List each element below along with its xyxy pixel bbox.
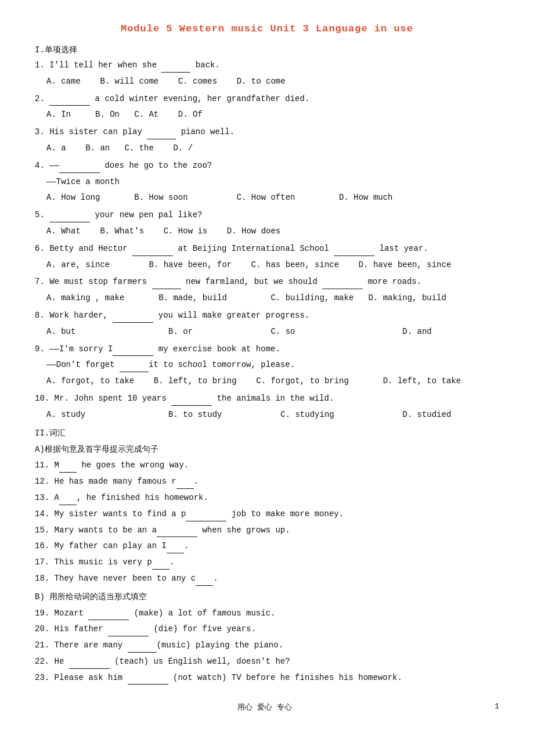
question-5: 5. your new pen pal like? [35,208,499,222]
question-1: 1. I'll tell her when she back. [35,59,499,73]
question-23: 23. Please ask him (not watch) TV before… [35,671,499,685]
question-9-options: A. forgot, to take B. left, to bring C. … [46,375,499,388]
question-3-options: A. a B. an C. the D. / [46,142,499,156]
question-7: 7. We must stop farmers new farmland, bu… [35,275,499,289]
question-22: 22. He (teach) us English well, doesn't … [35,655,499,669]
question-11: 11. M he goes the wrong way. [35,459,499,473]
question-21: 21. There are many (music) playing the p… [35,639,499,653]
question-13: 13. A, he finished his homework. [35,491,499,505]
question-20: 20. His father (die) for five years. [35,622,499,636]
question-8: 8. Work harder, you will make greater pr… [35,309,499,323]
question-10: 10. Mr. John spent 10 years the animals … [35,392,499,406]
subsection-a-header: A)根据句意及首字母提示完成句子 [35,443,499,457]
question-2-options: A. In B. On C. At D. Of [46,108,499,122]
question-6-options: A. are, since B. have been, for C. has b… [46,258,499,272]
question-4-options: A. How long B. How soon C. How often D. … [46,191,499,205]
question-7-options: A. making , make B. made, build C. build… [46,291,499,305]
question-9-sub: ——Don't forget it to school tomorrow, pl… [46,358,499,372]
question-10-options: A. study B. to study C. studying D. stud… [46,408,499,422]
question-9: 9. ——I'm sorry I my exercise book at hom… [35,343,499,357]
section1-header: I.单项选择 [35,45,499,55]
question-3: 3. His sister can play piano well. [35,125,499,139]
question-8-options: A. but B. or C. so D. and [46,325,499,339]
question-5-options: A. What B. What's C. How is D. How does [46,225,499,239]
section2-header: II.词汇 [35,428,499,438]
footer-center: 用心 爱心 专心 [237,702,292,712]
footer-right: 1 [495,702,499,712]
question-6: 6. Betty and Hector at Beijing Internati… [35,242,499,256]
question-17: 17. This music is very p. [35,556,499,570]
question-1-options: A. came B. will come C. comes D. to come [46,75,499,89]
question-15: 15. Mary wants to be an a when she grows… [35,524,499,538]
page-title: Module 5 Western music Unit 3 Language i… [35,23,499,34]
question-14: 14. My sister wants to find a p job to m… [35,507,499,521]
question-2: 2. a cold winter evening, her grandfathe… [35,92,499,106]
question-12: 12. He has made many famous r. [35,475,499,489]
subsection-b-header: B) 用所给动词的适当形式填空 [35,591,499,604]
question-4: 4. —— does he go to the zoo? [35,159,499,173]
question-4-sub: ——Twice a month [46,175,499,189]
question-18: 18. They have never been to any c. [35,572,499,586]
question-19: 19. Mozart (make) a lot of famous music. [35,607,499,621]
question-16: 16. My father can play an I. [35,539,499,553]
